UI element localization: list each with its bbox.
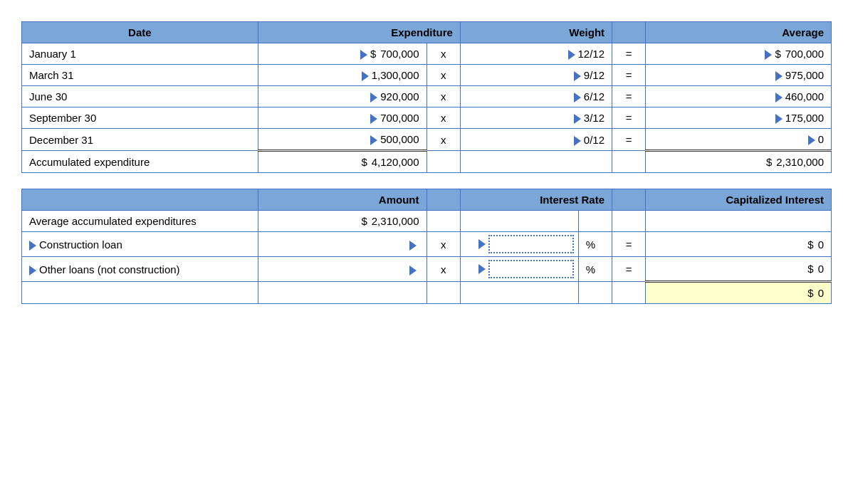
interest-table: Amount Interest Rate Capitalized Interes… xyxy=(21,189,832,304)
expenditure-cell: 1,300,000 xyxy=(258,65,426,86)
amount-cell xyxy=(258,232,426,257)
triangle-icon xyxy=(478,264,486,274)
equals-symbol: = xyxy=(612,232,646,257)
table-row: June 30920,000x6/12=460,000 xyxy=(22,86,832,107)
interest-label xyxy=(22,282,258,304)
equals-symbol: = xyxy=(612,86,646,107)
cap-interest-cell: $0 xyxy=(646,257,832,282)
triangle-icon xyxy=(775,114,783,124)
multiply-symbol: x xyxy=(426,232,460,257)
average-cell: $700,000 xyxy=(646,43,832,65)
triangle-icon xyxy=(574,136,581,146)
interest-row: $0 xyxy=(22,282,832,304)
header-x2 xyxy=(426,189,460,211)
percent-symbol xyxy=(578,211,612,232)
table-row: December 31500,000x0/12=0 xyxy=(22,129,832,151)
rate-cell[interactable] xyxy=(460,257,578,282)
triangle-icon xyxy=(29,266,36,275)
weight-cell: 6/12 xyxy=(460,86,612,107)
expenditure-cell: 920,000 xyxy=(258,86,426,107)
expenditure-cell: 700,000 xyxy=(258,107,426,129)
amount-cell xyxy=(258,257,426,282)
equals-symbol: = xyxy=(612,65,646,86)
interest-label: Average accumulated expenditures xyxy=(22,211,258,232)
rate-cell xyxy=(460,211,578,232)
triangle-icon xyxy=(574,93,581,103)
amount-cell xyxy=(258,282,426,304)
header-eq-spacer xyxy=(612,22,646,43)
header-interest-rate: Interest Rate xyxy=(460,189,612,211)
equals-symbol xyxy=(612,211,646,232)
weight-cell: 0/12 xyxy=(460,129,612,151)
equals-symbol: = xyxy=(612,257,646,282)
triangle-icon xyxy=(478,239,486,249)
multiply-symbol: x xyxy=(426,257,460,282)
multiply-symbol: x xyxy=(426,107,460,129)
header-label xyxy=(22,189,258,211)
accumulated-x xyxy=(426,151,460,173)
average-cell: 175,000 xyxy=(646,107,832,129)
multiply-symbol: x xyxy=(426,43,460,65)
cap-interest-cell xyxy=(646,211,832,232)
accumulated-average: $2,310,000 xyxy=(646,151,832,173)
cap-interest-cell: $0 xyxy=(646,282,832,304)
date-cell: December 31 xyxy=(22,129,258,151)
cap-interest-cell: $0 xyxy=(646,232,832,257)
percent-symbol: % xyxy=(578,232,612,257)
header-eq2 xyxy=(612,189,646,211)
date-cell: January 1 xyxy=(22,43,258,65)
header-date: Date xyxy=(22,22,258,43)
multiply-symbol xyxy=(426,211,460,232)
page-wrapper: Date Expenditure Weight Average January … xyxy=(14,14,839,311)
triangle-icon xyxy=(574,114,581,124)
equals-symbol: = xyxy=(612,43,646,65)
multiply-symbol: x xyxy=(426,86,460,107)
triangle-icon xyxy=(409,241,417,251)
accumulated-row: Accumulated expenditure$4,120,000$2,310,… xyxy=(22,151,832,173)
average-cell: 460,000 xyxy=(646,86,832,107)
average-cell: 975,000 xyxy=(646,65,832,86)
weight-cell: 9/12 xyxy=(460,65,612,86)
equals-symbol: = xyxy=(612,129,646,151)
triangle-icon xyxy=(370,93,377,103)
date-cell: September 30 xyxy=(22,107,258,129)
triangle-icon xyxy=(409,266,417,275)
accumulated-expenditure: $4,120,000 xyxy=(258,151,426,173)
spacer-table xyxy=(21,173,832,189)
average-cell: 0 xyxy=(646,129,832,151)
triangle-icon xyxy=(775,93,783,103)
amount-cell: $2,310,000 xyxy=(258,211,426,232)
interest-label: Other loans (not construction) xyxy=(22,257,258,282)
accumulated-weight xyxy=(460,151,612,173)
expenditure-cell: $700,000 xyxy=(258,43,426,65)
triangle-icon xyxy=(370,135,377,145)
rate-cell[interactable] xyxy=(460,232,578,257)
header-amount: Amount xyxy=(258,189,426,211)
equals-symbol: = xyxy=(612,107,646,129)
triangle-icon xyxy=(568,50,575,60)
triangle-icon xyxy=(574,71,581,81)
table-row: January 1$700,000x12/12=$700,000 xyxy=(22,43,832,65)
percent-symbol: % xyxy=(578,257,612,282)
table-row: September 30700,000x3/12=175,000 xyxy=(22,107,832,129)
header-average: Average xyxy=(646,22,832,43)
triangle-icon xyxy=(775,71,783,81)
interest-row: Other loans (not construction)x%=$0 xyxy=(22,257,832,282)
triangle-icon xyxy=(362,71,369,81)
triangle-icon xyxy=(808,135,815,145)
table-row: March 311,300,000x9/12=975,000 xyxy=(22,65,832,86)
multiply-symbol: x xyxy=(426,65,460,86)
triangle-icon xyxy=(370,114,377,124)
date-cell: June 30 xyxy=(22,86,258,107)
triangle-icon xyxy=(360,50,367,60)
percent-symbol xyxy=(578,282,612,304)
accumulated-label: Accumulated expenditure xyxy=(22,151,258,173)
interest-row: Construction loanx%=$0 xyxy=(22,232,832,257)
rate-cell xyxy=(460,282,578,304)
expenditure-cell: 500,000 xyxy=(258,129,426,151)
header-cap-interest: Capitalized Interest xyxy=(646,189,832,211)
date-cell: March 31 xyxy=(22,65,258,86)
weight-cell: 3/12 xyxy=(460,107,612,129)
triangle-icon xyxy=(765,50,772,60)
weight-cell: 12/12 xyxy=(460,43,612,65)
